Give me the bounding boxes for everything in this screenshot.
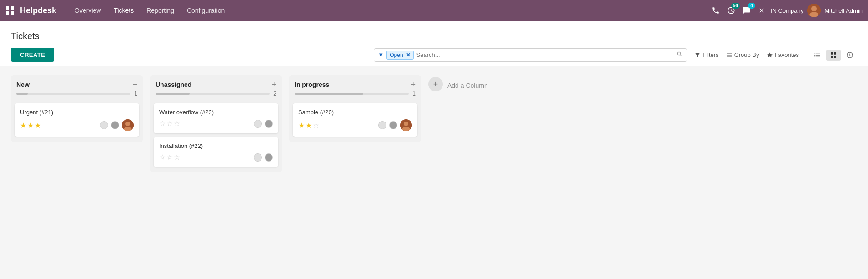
star-0[interactable]: ☆ [159,119,166,128]
ticket-title-ticket-20: Sample (#20) [298,109,412,116]
favorites-button[interactable]: Favorites [767,51,799,58]
kanban-board: New + 1 Urgent (#21) ★★★ [0,66,868,182]
svg-point-5 [811,6,817,11]
favorites-label: Favorites [775,51,799,58]
ticket-footer-ticket-22: ☆☆☆ [159,153,273,162]
menu-item-overview[interactable]: Overview [69,4,106,17]
search-input[interactable] [416,51,674,58]
ticket-card-ticket-21[interactable]: Urgent (#21) ★★★ [15,103,139,137]
search-box: ▼ Open ✕ [374,48,687,62]
col-title-in-progress: In progress [295,81,329,88]
col-header-new: New + [11,75,143,91]
ticket-card-ticket-23[interactable]: Water overflow (#23) ☆☆☆ [154,103,278,133]
col-add-button-unassigned[interactable]: + [271,81,276,89]
ticket-title-ticket-23: Water overflow (#23) [159,109,273,116]
ticket-assign-circle-ticket-23[interactable] [265,120,273,128]
ticket-stars-ticket-20[interactable]: ★★☆ [298,121,319,130]
ticket-meta-ticket-21 [100,119,134,131]
messages-button[interactable]: 4 [741,5,753,16]
col-count-unassigned: 2 [273,91,276,97]
col-title-new: New [16,81,30,88]
kanban-column-unassigned: Unassigned + 2 Water overflow (#23) ☆☆☆ … [150,75,282,172]
tag-close-icon[interactable]: ✕ [406,52,411,58]
col-header-in-progress: In progress + [289,75,421,91]
ticket-stars-ticket-23[interactable]: ☆☆☆ [159,119,180,128]
grid-menu-icon[interactable] [5,6,15,15]
ticket-status-circle-ticket-21[interactable] [100,121,108,129]
ticket-stars-ticket-21[interactable]: ★★★ [20,121,41,130]
star-2[interactable]: ☆ [174,153,180,162]
timer-button[interactable]: 56 [725,5,737,16]
ticket-meta-ticket-22 [254,153,273,162]
app-name: Helpdesk [20,6,56,15]
star-2[interactable]: ☆ [313,121,319,130]
company-name[interactable]: IN Company [771,7,803,14]
svg-rect-2 [6,11,9,15]
col-count-in-progress: 1 [412,91,416,97]
search-open-tag[interactable]: Open ✕ [386,51,413,60]
ticket-card-ticket-22[interactable]: Installation (#22) ☆☆☆ [154,137,278,167]
ticket-footer-ticket-20: ★★☆ [298,119,412,131]
star-1[interactable]: ★ [27,121,34,130]
ticket-assign-circle-ticket-20[interactable] [389,121,397,129]
phone-button[interactable] [710,5,722,16]
ticket-stars-ticket-22[interactable]: ☆☆☆ [159,153,180,162]
clock-view-button[interactable] [843,50,857,61]
star-2[interactable]: ☆ [174,119,180,128]
star-0[interactable]: ★ [298,121,305,130]
ticket-status-circle-ticket-22[interactable] [254,153,262,162]
add-column-button[interactable]: + [428,77,443,91]
page-actions-row: Tickets [11,25,857,48]
col-add-button-in-progress[interactable]: + [411,81,416,89]
list-view-button[interactable] [810,50,824,61]
ticket-status-circle-ticket-20[interactable] [378,121,386,129]
svg-point-11 [404,122,408,126]
menu-item-reporting[interactable]: Reporting [141,4,180,17]
page-title: Tickets [11,28,40,44]
kanban-column-new: New + 1 Urgent (#21) ★★★ [11,75,143,142]
groupby-button[interactable]: Group By [726,51,759,58]
ticket-title-ticket-21: Urgent (#21) [20,109,134,116]
filters-button[interactable]: Filters [694,51,718,58]
ticket-card-ticket-20[interactable]: Sample (#20) ★★☆ [293,103,417,137]
svg-rect-3 [11,11,14,15]
ticket-footer-ticket-21: ★★★ [20,119,134,131]
star-0[interactable]: ★ [20,121,26,130]
kanban-column-in-progress: In progress + 1 Sample (#20) ★★☆ [289,75,421,142]
filter-icon: ▼ [378,51,384,58]
ticket-title-ticket-22: Installation (#22) [159,142,273,149]
col-progress-bar-unassigned [156,93,270,95]
ticket-assign-circle-ticket-21[interactable] [111,121,119,129]
star-0[interactable]: ☆ [159,153,166,162]
groupby-label: Group By [734,51,759,58]
close-icon[interactable] [756,5,767,16]
toolbar-right: Filters Group By Favorites [694,50,857,61]
tag-label: Open [390,52,403,58]
messages-badge: 4 [748,3,755,9]
user-avatar[interactable] [807,4,821,17]
add-column-area[interactable]: + Add a Column [428,75,488,91]
topnav-right: 56 4 IN Company Mitchell Admin [710,4,863,17]
star-1[interactable]: ☆ [166,119,173,128]
col-add-button-new[interactable]: + [132,81,137,89]
ticket-assign-circle-ticket-22[interactable] [265,153,273,162]
menu-item-configuration[interactable]: Configuration [181,4,230,17]
star-1[interactable]: ★ [306,121,312,130]
menu-item-tickets[interactable]: Tickets [108,4,139,17]
col-count-new: 1 [134,91,137,97]
ticket-status-circle-ticket-23[interactable] [254,120,262,128]
search-magnifier-icon[interactable] [677,51,683,59]
col-progress-row-in-progress: 1 [289,91,421,100]
ticket-meta-ticket-23 [254,120,273,128]
ticket-meta-ticket-20 [378,119,412,131]
add-column-label[interactable]: Add a Column [447,79,488,89]
star-2[interactable]: ★ [35,121,41,130]
col-header-unassigned: Unassigned + [150,75,282,91]
svg-point-8 [125,122,130,126]
kanban-view-button[interactable] [826,50,841,61]
user-name[interactable]: Mitchell Admin [824,7,863,14]
col-progress-bar-new [16,93,130,95]
star-1[interactable]: ☆ [166,153,173,162]
create-button[interactable]: CREATE [11,48,54,62]
timer-badge: 56 [731,3,740,9]
